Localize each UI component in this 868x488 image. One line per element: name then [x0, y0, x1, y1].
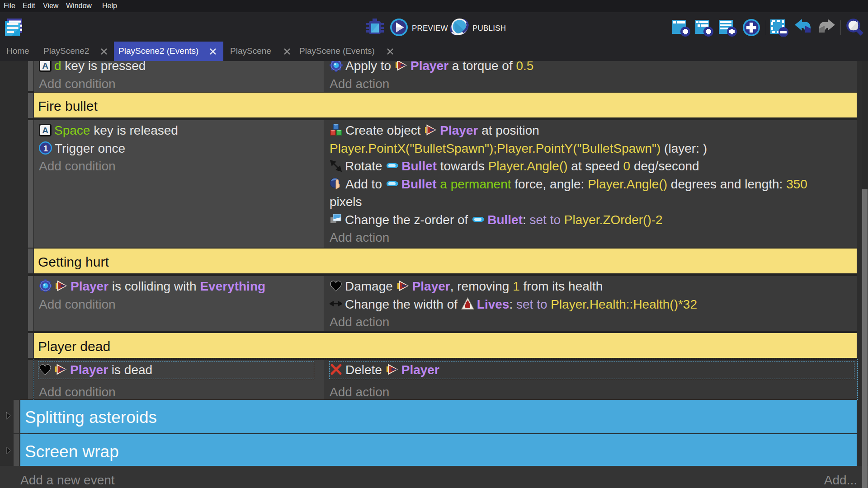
svg-text:A: A [42, 61, 48, 70]
svg-text:A: A [42, 126, 48, 135]
svg-text:1: 1 [43, 143, 48, 153]
